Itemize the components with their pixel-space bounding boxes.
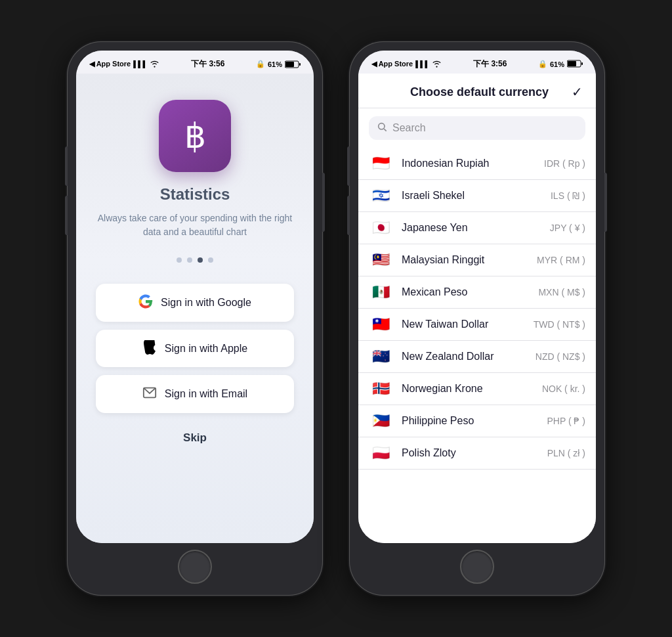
phones-container: ◀ App Store ▌▌▌ 下午 3:56 🔒 61% <box>67 41 605 596</box>
currency-item[interactable]: 🇲🇽 Mexican Peso MXN ( M$ ) <box>358 276 596 309</box>
currency-name: New Taiwan Dollar <box>402 318 524 330</box>
currency-item[interactable]: 🇮🇩 Indonesian Rupiah IDR ( Rp ) <box>358 148 596 180</box>
flag-icon: 🇲🇾 <box>369 252 392 268</box>
currency-code: MYR ( RM ) <box>537 255 585 265</box>
home-button-1[interactable] <box>178 550 212 584</box>
phone-2-screen: ◀ App Store ▌▌▌ 下午 3:56 🔒 61% <box>358 51 596 543</box>
status-bar-2: ◀ App Store ▌▌▌ 下午 3:56 🔒 61% <box>358 51 596 74</box>
currency-code: ILS ( ₪ ) <box>551 190 585 201</box>
currency-item[interactable]: 🇹🇼 New Taiwan Dollar TWD ( NT$ ) <box>358 309 596 341</box>
battery-bar-2 <box>567 60 583 69</box>
email-signin-label: Sign in with Email <box>165 388 247 400</box>
app-store-back-2[interactable]: ◀ App Store <box>371 60 413 68</box>
status-left-2: ◀ App Store ▌▌▌ <box>371 60 442 69</box>
battery-pct-2: 61% <box>550 60 564 68</box>
svg-rect-1 <box>285 62 294 67</box>
currency-item[interactable]: 🇳🇴 Norwegian Krone NOK ( kr. ) <box>358 373 596 405</box>
app-subtitle: Always take care of your spending with t… <box>96 211 294 239</box>
app-title: Statistics <box>160 185 230 204</box>
skip-button[interactable]: Skip <box>183 431 207 445</box>
currency-list: 🇮🇩 Indonesian Rupiah IDR ( Rp ) 🇮🇱 Israe… <box>358 148 596 543</box>
login-screen: ฿ Statistics Always take care of your sp… <box>76 74 314 543</box>
flag-icon: 🇳🇴 <box>369 381 392 397</box>
flag-icon: 🇳🇿 <box>369 349 392 364</box>
currency-code: MXN ( M$ ) <box>538 287 585 297</box>
svg-rect-5 <box>568 61 576 66</box>
phone-2: ◀ App Store ▌▌▌ 下午 3:56 🔒 61% <box>349 41 605 596</box>
search-placeholder: Search <box>392 122 426 134</box>
home-button-area-1 <box>76 543 314 586</box>
currency-name: New Zealand Dollar <box>402 351 526 362</box>
currency-name: Norwegian Krone <box>402 383 533 395</box>
app-icon-symbol: ฿ <box>184 119 206 153</box>
flag-icon: 🇮🇱 <box>369 188 392 204</box>
currency-code: TWD ( NT$ ) <box>534 319 585 330</box>
status-right-2: 🔒 61% <box>538 60 583 69</box>
status-left-1: ◀ App Store ▌▌▌ <box>89 60 159 69</box>
currency-item[interactable]: 🇮🇱 Israeli Shekel ILS ( ₪ ) <box>358 180 596 212</box>
flag-icon: 🇲🇽 <box>369 284 392 300</box>
pagination-dots <box>177 257 213 263</box>
currency-header: Choose default currency ✓ <box>358 74 596 108</box>
google-signin-button[interactable]: Sign in with Google <box>96 284 294 322</box>
flag-icon: 🇹🇼 <box>369 317 392 332</box>
currency-name: Polish Zloty <box>402 447 538 459</box>
currency-name: Mexican Peso <box>402 286 529 298</box>
apple-signin-button[interactable]: Sign in with Apple <box>96 330 294 367</box>
flag-icon: 🇵🇱 <box>369 445 392 461</box>
email-icon <box>142 385 157 403</box>
currency-item[interactable]: 🇵🇭 Philippine Peso PHP ( ₱ ) <box>358 405 596 437</box>
home-button-2[interactable] <box>460 550 494 584</box>
signal-icon-2: ▌▌▌ <box>415 60 429 68</box>
apple-icon <box>142 340 157 357</box>
currency-code: PHP ( ₱ ) <box>547 416 585 426</box>
currency-code: PLN ( zł ) <box>547 448 585 458</box>
currency-name: Japanese Yen <box>402 222 541 234</box>
apple-signin-label: Sign in with Apple <box>165 343 247 355</box>
currency-item[interactable]: 🇯🇵 Japanese Yen JPY ( ¥ ) <box>358 212 596 244</box>
currency-item[interactable]: 🇳🇿 New Zealand Dollar NZD ( NZ$ ) <box>358 341 596 373</box>
home-button-area-2 <box>358 543 596 586</box>
signal-icon-1: ▌▌▌ <box>133 60 147 68</box>
currency-item[interactable]: 🇵🇱 Polish Zloty PLN ( zł ) <box>358 437 596 470</box>
dot-2 <box>187 257 192 263</box>
currency-name: Indonesian Rupiah <box>402 158 535 169</box>
flag-icon: 🇵🇭 <box>369 413 392 429</box>
currency-code: NOK ( kr. ) <box>542 384 585 394</box>
phone-1-screen: ◀ App Store ▌▌▌ 下午 3:56 🔒 61% <box>76 51 314 543</box>
currency-code: JPY ( ¥ ) <box>550 223 585 233</box>
dot-1 <box>177 257 182 263</box>
battery-pct-1: 61% <box>268 60 282 68</box>
currency-screen: Choose default currency ✓ Search 🇮🇩 Indo… <box>358 74 596 543</box>
currency-screen-title: Choose default currency <box>387 85 572 99</box>
search-bar[interactable]: Search <box>369 116 585 140</box>
time-1: 下午 3:56 <box>191 58 224 70</box>
time-2: 下午 3:56 <box>473 58 507 70</box>
email-signin-button[interactable]: Sign in with Email <box>96 375 294 413</box>
dot-3 <box>198 257 203 263</box>
wifi-icon-1 <box>150 60 159 69</box>
currency-code: NZD ( NZ$ ) <box>536 351 585 362</box>
svg-point-7 <box>379 123 385 129</box>
app-icon: ฿ <box>159 100 231 172</box>
google-signin-label: Sign in with Google <box>161 297 251 309</box>
status-bar-1: ◀ App Store ▌▌▌ 下午 3:56 🔒 61% <box>76 51 314 74</box>
svg-line-8 <box>384 129 386 131</box>
battery-lock-2: 🔒 <box>538 60 547 68</box>
google-icon <box>138 294 153 311</box>
battery-bar-1 <box>285 60 301 68</box>
flag-icon: 🇯🇵 <box>369 220 392 236</box>
currency-name: Philippine Peso <box>402 415 537 427</box>
app-store-back-1[interactable]: ◀ App Store <box>89 60 131 68</box>
status-right-1: 🔒 61% <box>256 60 301 68</box>
battery-lock-1: 🔒 <box>256 60 265 68</box>
currency-item[interactable]: 🇲🇾 Malaysian Ringgit MYR ( RM ) <box>358 244 596 276</box>
currency-name: Malaysian Ringgit <box>402 254 528 266</box>
dot-4 <box>208 257 213 263</box>
search-icon <box>377 121 387 135</box>
phone-1: ◀ App Store ▌▌▌ 下午 3:56 🔒 61% <box>67 41 323 596</box>
svg-rect-2 <box>299 63 301 66</box>
currency-code: IDR ( Rp ) <box>544 158 585 169</box>
checkmark-button[interactable]: ✓ <box>572 84 583 100</box>
app-icon-wrapper: ฿ <box>159 100 231 172</box>
